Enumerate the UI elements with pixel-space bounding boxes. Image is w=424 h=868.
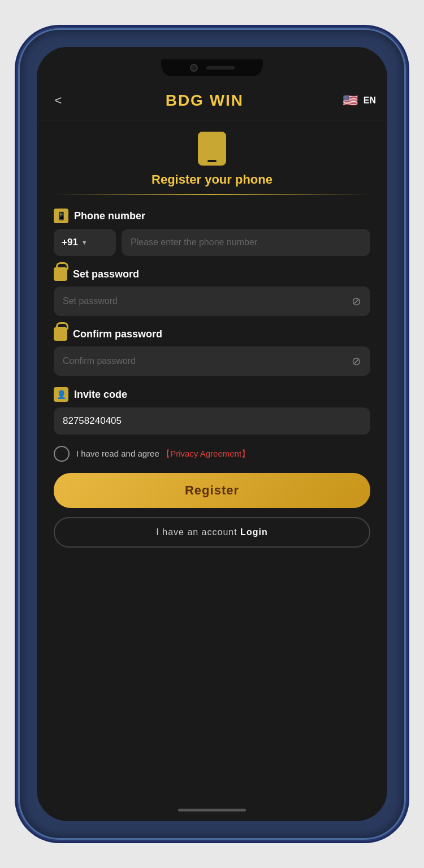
login-button-bold: Login [240, 527, 268, 537]
header: < BDG WIN 🇺🇸 EN [37, 81, 387, 120]
password-section-label: Set password [54, 267, 370, 281]
agreement-text-container: I have read and agree 【Privacy Agreement… [76, 449, 250, 459]
language-label: EN [364, 96, 376, 106]
chevron-down-icon: ▾ [83, 238, 86, 246]
invite-icon: 👤 [54, 387, 68, 402]
confirm-password-input-wrapper: ⊘ [54, 346, 370, 376]
login-button-text: I have an account [156, 527, 237, 537]
phone-body: < BDG WIN 🇺🇸 EN Register your phone [20, 30, 404, 838]
camera [190, 64, 198, 72]
agreement-row: I have read and agree 【Privacy Agreement… [54, 446, 370, 462]
back-button[interactable]: < [48, 93, 68, 108]
password-input-wrapper: ⊘ [54, 287, 370, 316]
page-title: Register your phone [54, 172, 370, 187]
confirm-password-section: Confirm password ⊘ [54, 327, 370, 376]
page-icon-container [54, 132, 370, 166]
confirm-password-section-label: Confirm password [54, 327, 370, 341]
invite-section-label: 👤 Invite code [54, 387, 370, 402]
agreement-checkbox[interactable] [54, 446, 70, 462]
phone-register-icon [198, 132, 226, 166]
content-area: Register your phone 📱 Phone number +91 ▾ [37, 120, 387, 798]
notch [161, 59, 263, 76]
screen: < BDG WIN 🇺🇸 EN Register your phone [37, 47, 387, 821]
lock-icon [54, 267, 67, 281]
phone-icon-small: 📱 [54, 209, 68, 223]
login-button[interactable]: I have an account Login [54, 517, 370, 548]
app-title: BDG WIN [68, 92, 341, 110]
confirm-eye-icon[interactable]: ⊘ [352, 354, 361, 368]
phone-frame: < BDG WIN 🇺🇸 EN Register your phone [0, 0, 424, 868]
country-code-value: +91 [62, 237, 78, 248]
confirm-password-section-title: Confirm password [73, 328, 162, 340]
phone-section-label: 📱 Phone number [54, 209, 370, 223]
invite-section-title: Invite code [74, 389, 127, 401]
confirm-lock-icon [54, 327, 67, 341]
eye-icon[interactable]: ⊘ [352, 294, 361, 308]
speaker [206, 66, 235, 70]
title-divider [54, 194, 370, 195]
country-code-button[interactable]: +91 ▾ [54, 229, 116, 256]
invite-code-input[interactable] [54, 407, 370, 435]
confirm-password-input[interactable] [63, 356, 352, 366]
agreement-text: I have read and agree [76, 449, 159, 458]
phone-input-row: +91 ▾ [54, 229, 370, 256]
flag-icon: 🇺🇸 [341, 91, 360, 110]
phone-section: 📱 Phone number +91 ▾ [54, 209, 370, 256]
password-section-title: Set password [73, 268, 139, 280]
password-input[interactable] [63, 296, 352, 306]
privacy-agreement-link[interactable]: 【Privacy Agreement】 [162, 449, 250, 458]
home-indicator [37, 798, 387, 821]
invite-section: 👤 Invite code [54, 387, 370, 435]
home-bar [178, 809, 246, 811]
register-button[interactable]: Register [54, 473, 370, 508]
language-button[interactable]: 🇺🇸 EN [341, 91, 376, 110]
phone-section-title: Phone number [74, 210, 145, 222]
password-section: Set password ⊘ [54, 267, 370, 316]
phone-input[interactable] [122, 229, 370, 256]
notch-area [37, 47, 387, 81]
